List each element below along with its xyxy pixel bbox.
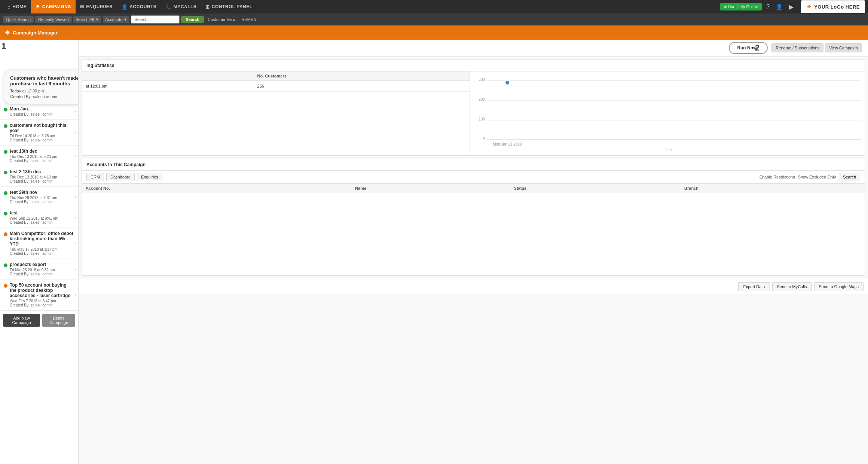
dashboard-tab[interactable]: Dashboard	[106, 173, 135, 181]
campaign-manager-header: ☀ Campaign Manager	[0, 25, 868, 40]
campaign-tooltip: Customers who haven't made a purchase in…	[4, 70, 79, 104]
data-point	[505, 81, 509, 85]
status-dot-orange	[4, 284, 7, 288]
status-dot-orange	[4, 232, 7, 236]
accounts-icon: 👤	[122, 4, 128, 10]
run-now-circle: Run Now	[729, 42, 768, 54]
campaign-item-3[interactable]: customers not bought this year Fri Dec 1…	[0, 120, 78, 146]
remen-label: REMEN	[239, 16, 259, 23]
logo-icon: ✦	[806, 3, 812, 11]
rs-row: at 12:01 pm 256	[82, 81, 470, 92]
recently-viewed-button[interactable]: Recently Viewed	[35, 16, 72, 23]
accounts-empty-row	[82, 193, 865, 275]
status-dot-green	[4, 171, 7, 174]
home-icon: ⌂	[7, 4, 10, 10]
campaign-item-4[interactable]: test 13th dec Thu Dec 13 2018 at 5:23 pm…	[0, 146, 78, 166]
svg-text:300: 300	[479, 77, 485, 82]
rename-subscriptions-button[interactable]: Rename / Subscriptions	[771, 43, 823, 52]
status-dot-green	[4, 191, 7, 195]
rs-customers-cell: 256	[254, 81, 470, 92]
running-stats-table-area: No. Customers at 12:01 pm 256	[82, 71, 470, 155]
annotation-2: 2	[755, 43, 760, 53]
campaign-item-5[interactable]: test 2 13th dec Thu Dec 13 2018 at 4:13 …	[0, 166, 78, 187]
view-campaign-button[interactable]: View Campaign	[825, 43, 862, 52]
delete-campaign-button[interactable]: Delete Campaign	[42, 314, 75, 327]
chevron-icon: ›	[74, 266, 76, 272]
status-dot-green	[4, 124, 7, 128]
chevron-icon: ›	[74, 153, 76, 158]
search-go-button[interactable]: Search	[181, 16, 204, 23]
campaign-item-9[interactable]: prospects export Fri Mar 23 2018 at 9:32…	[0, 259, 78, 280]
top-nav: ⌂ HOME ⚑ CAMPAIGNS ✉ ENQUIRIES 👤 ACCOUNT…	[0, 0, 868, 13]
show-excluded-label: Show Excluded Only	[798, 175, 836, 179]
annotation-1: 1	[1, 41, 6, 51]
running-statistics: ing Statistics No. Customers at 1	[82, 59, 865, 156]
status-dot-green	[4, 212, 7, 216]
campaign-item-10[interactable]: Top 50 account not buying the product de…	[0, 280, 78, 311]
chevron-icon: ›	[74, 215, 76, 220]
customer-view-button[interactable]: Customer View	[205, 16, 238, 23]
accounts-toolbar-right: Enable Restrictions Show Excluded Only S…	[760, 173, 860, 181]
export-data-button[interactable]: Export Data	[738, 282, 770, 291]
chevron-icon: ›	[74, 174, 76, 179]
status-dot-green	[4, 263, 7, 267]
nav-mycalls[interactable]: 📞 MYCALLS	[161, 0, 201, 13]
accounts-table-header-row: Account No. Name Status Branch	[82, 184, 865, 193]
status-dot-green	[4, 108, 7, 112]
enquiries-icon: ✉	[80, 4, 85, 10]
logo-area: ✦ YOUR LoGo HERE	[801, 0, 865, 13]
accounts-search-button[interactable]: Search	[839, 173, 860, 181]
send-to-google-maps-button[interactable]: Send to Google Maps	[814, 282, 864, 291]
mycalls-icon: 📞	[165, 4, 172, 10]
campaign-item-2[interactable]: Mon Jan... Created By: sales-i admin ›	[0, 103, 78, 120]
col-status: Status	[510, 184, 681, 193]
campaigns-icon: ⚑	[36, 4, 40, 10]
running-stats-table: No. Customers at 12:01 pm 256	[82, 71, 470, 92]
search-all-dropdown[interactable]: Search All ▼	[73, 16, 101, 23]
search-input[interactable]	[131, 15, 180, 24]
campaign-header: 2 Run Now Rename / Subscriptions View Ca…	[79, 40, 868, 57]
campaign-item-7[interactable]: test Wed Sep 12 2018 at 9:41 am Created …	[0, 207, 78, 228]
chevron-icon: ›	[74, 130, 76, 135]
campaign-chart: 300 200 100 0 Mon Jan 21 2019	[474, 75, 861, 150]
nav-home[interactable]: ⌂ HOME	[3, 0, 31, 13]
help-icon[interactable]: ?	[765, 2, 771, 12]
rs-col-customers: No. Customers	[254, 71, 470, 81]
col-account-no: Account No.	[82, 184, 351, 193]
bottom-actions: Export Data Send to MyCalls Send to Goog…	[79, 279, 868, 294]
enquiries-tab[interactable]: Enquiries	[137, 173, 162, 181]
accounts-table: Account No. Name Status Branch	[82, 184, 865, 275]
add-new-campaign-button[interactable]: Add New Campaign	[3, 314, 40, 327]
nav-enquiries[interactable]: ✉ ENQUIRIES	[76, 0, 117, 13]
running-stats-header: ing Statistics	[82, 60, 865, 71]
quick-search-button[interactable]: Quick Search	[3, 16, 34, 23]
accounts-dropdown[interactable]: Accounts ▼	[103, 16, 129, 23]
user-icon[interactable]: 👤	[774, 2, 785, 12]
send-to-mycalls-button[interactable]: Send to MyCalls	[772, 282, 812, 291]
svg-text:100: 100	[479, 117, 485, 121]
chevron-icon: ›	[74, 292, 76, 297]
arrow-icon[interactable]: ▶	[788, 2, 795, 12]
nav-campaigns[interactable]: ⚑ CAMPAIGNS	[31, 0, 75, 13]
campaign-item-6[interactable]: test 29th nov Thu Nov 29 2018 at 7:31 am…	[0, 187, 78, 207]
accounts-toolbar: CRM Dashboard Enquiries Enable Restricti…	[82, 171, 865, 184]
status-dot-green	[4, 150, 7, 154]
main-layout: 1 Customers who haven't made a purchase …	[0, 40, 868, 464]
live-help-button[interactable]: Live Help Online	[720, 3, 762, 10]
enable-restrictions-label: Enable Restrictions	[760, 175, 795, 179]
accounts-section: Accounts In This Campaign CRM Dashboard …	[82, 159, 865, 276]
nav-accounts[interactable]: 👤 ACCOUNTS	[117, 0, 161, 13]
rs-col-date	[82, 71, 254, 81]
search-bar: Quick Search Recently Viewed Search All …	[0, 13, 868, 25]
nav-control-panel[interactable]: ⊞ CONTROL PANEL	[201, 0, 257, 13]
chart-area: 300 200 100 0 Mon Jan 21 2019	[470, 71, 865, 155]
running-stats-body: No. Customers at 12:01 pm 256	[82, 71, 865, 155]
chevron-icon: ›	[74, 109, 76, 114]
svg-text:200: 200	[479, 97, 485, 101]
crm-tab[interactable]: CRM	[86, 173, 104, 181]
accounts-tabs: CRM Dashboard Enquiries	[86, 173, 162, 181]
chevron-icon: ›	[74, 194, 76, 199]
control-panel-icon: ⊞	[205, 4, 210, 10]
campaign-item-8[interactable]: Main Competitor: office depot & shrinkin…	[0, 228, 78, 259]
col-branch: Branch	[681, 184, 865, 193]
